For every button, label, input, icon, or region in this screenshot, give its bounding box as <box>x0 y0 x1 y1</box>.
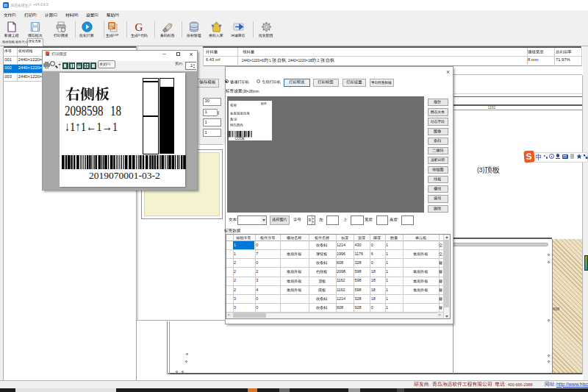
svg-text:G: G <box>135 21 143 33</box>
